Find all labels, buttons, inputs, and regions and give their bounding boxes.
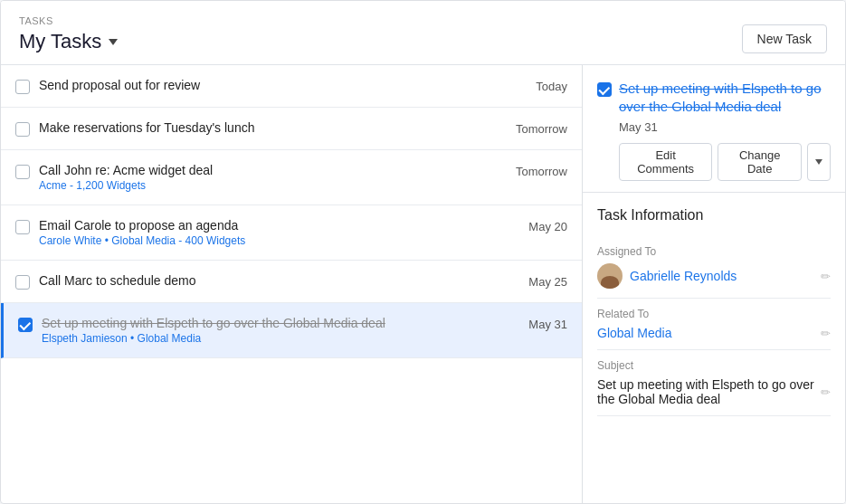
assigned-to-label: Assigned To [597, 245, 831, 258]
page-title: My Tasks [19, 30, 101, 53]
detail-task-title: Set up meeting with Elspeth to go over t… [619, 80, 831, 115]
right-panel: Set up meeting with Elspeth to go over t… [583, 65, 845, 503]
assigned-to-value: Gabrielle Reynolds [630, 269, 737, 283]
app-container: TASKS My Tasks New Task Send proposal ou… [0, 0, 846, 504]
task-sub-4: Carole White • Global Media - 400 Widget… [39, 234, 519, 247]
change-date-dropdown-arrow [815, 159, 822, 165]
task-body-4: Email Carole to propose an agendaCarole … [39, 218, 519, 247]
task-date-1: Today [536, 78, 567, 93]
detail-actions: Edit Comments Change Date [619, 143, 831, 181]
header-left: TASKS My Tasks [19, 15, 118, 53]
new-task-button[interactable]: New Task [742, 24, 827, 53]
task-item-3[interactable]: Call John re: Acme widget dealAcme - 1,2… [1, 150, 582, 205]
subject-value-row: Set up meeting with Elspeth to go over t… [597, 377, 831, 406]
task-checkbox-5[interactable] [15, 275, 30, 290]
subject-value: Set up meeting with Elspeth to go over t… [597, 377, 821, 406]
task-item-1[interactable]: Send proposal out for reviewToday [1, 65, 582, 108]
task-checkbox-6[interactable] [18, 318, 33, 332]
assigned-to-value-row: Gabrielle Reynolds ✏ [597, 263, 831, 289]
related-to-row: Related To Global Media ✏ [597, 299, 831, 350]
task-date-2: Tomorrow [516, 120, 567, 136]
assigned-to-edit-icon[interactable]: ✏ [821, 270, 831, 283]
change-date-button[interactable]: Change Date [718, 143, 802, 181]
header-title-row: My Tasks [19, 30, 118, 53]
task-title-2: Make reservations for Tuesday's lunch [39, 120, 507, 135]
task-body-5: Call Marc to schedule demo [39, 273, 519, 288]
task-title-4: Email Carole to propose an agenda [39, 218, 519, 233]
task-info-heading: Task Information [597, 207, 831, 223]
task-sub-6: Elspeth Jamieson • Global Media [42, 332, 519, 345]
task-item-2[interactable]: Make reservations for Tuesday's lunchTom… [1, 108, 582, 150]
task-body-3: Call John re: Acme widget dealAcme - 1,2… [39, 163, 507, 192]
related-to-label: Related To [597, 308, 831, 320]
task-date-5: May 25 [528, 273, 567, 289]
task-body-1: Send proposal out for review [39, 78, 527, 92]
task-item-4[interactable]: Email Carole to propose an agendaCarole … [1, 205, 582, 261]
detail-checkbox[interactable] [597, 82, 612, 97]
task-title-3: Call John re: Acme widget deal [39, 163, 507, 177]
task-info-section: Task Information Assigned To Gabrielle R… [583, 193, 845, 503]
task-item-5[interactable]: Call Marc to schedule demoMay 25 [1, 261, 582, 303]
task-body-2: Make reservations for Tuesday's lunch [39, 120, 507, 135]
task-date-4: May 20 [528, 218, 567, 233]
assigned-to-row: Assigned To Gabrielle Reynolds ✏ [597, 236, 831, 299]
subject-row: Subject Set up meeting with Elspeth to g… [597, 350, 831, 416]
tasks-label: TASKS [19, 15, 118, 26]
related-to-value: Global Media [597, 326, 672, 340]
task-checkbox-4[interactable] [15, 220, 30, 234]
detail-title-row: Set up meeting with Elspeth to go over t… [597, 80, 831, 115]
task-checkbox-1[interactable] [15, 80, 30, 94]
avatar-body [601, 276, 619, 289]
assigned-to-avatar-row: Gabrielle Reynolds [597, 263, 737, 289]
task-date-3: Tomorrow [516, 163, 567, 178]
main-content: Send proposal out for reviewTodayMake re… [1, 65, 845, 503]
title-dropdown-arrow[interactable] [109, 39, 118, 45]
related-to-edit-icon[interactable]: ✏ [821, 327, 831, 340]
task-title-1: Send proposal out for review [39, 78, 527, 92]
header: TASKS My Tasks New Task [1, 1, 845, 65]
detail-date: May 31 [619, 120, 831, 134]
task-title-6: Set up meeting with Elspeth to go over t… [42, 316, 519, 330]
task-detail-header: Set up meeting with Elspeth to go over t… [583, 65, 845, 193]
task-date-6: May 31 [528, 316, 567, 331]
task-checkbox-2[interactable] [15, 122, 30, 137]
task-sub-3: Acme - 1,200 Widgets [39, 179, 507, 192]
edit-comments-button[interactable]: Edit Comments [619, 143, 712, 181]
subject-label: Subject [597, 359, 831, 372]
change-date-dropdown-button[interactable] [807, 143, 831, 181]
task-item-6[interactable]: Set up meeting with Elspeth to go over t… [1, 303, 582, 358]
task-list: Send proposal out for reviewTodayMake re… [1, 65, 583, 503]
subject-edit-icon[interactable]: ✏ [821, 385, 831, 399]
task-title-5: Call Marc to schedule demo [39, 273, 519, 288]
related-to-value-row: Global Media ✏ [597, 326, 831, 340]
avatar [597, 263, 623, 289]
task-body-6: Set up meeting with Elspeth to go over t… [42, 316, 519, 345]
task-checkbox-3[interactable] [15, 165, 30, 179]
